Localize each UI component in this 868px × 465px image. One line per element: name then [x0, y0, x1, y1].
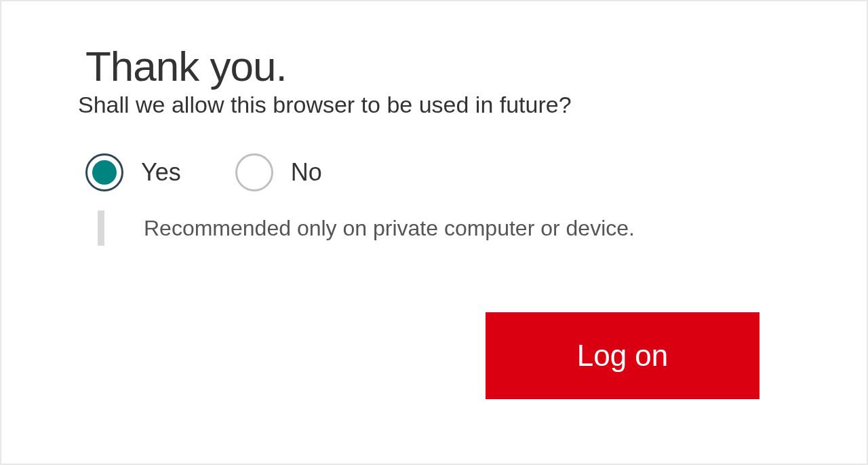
radio-selected-icon [85, 153, 123, 191]
radio-option-no[interactable]: No [235, 153, 322, 191]
page-title: Thank you. [85, 42, 792, 90]
page-subtitle: Shall we allow this browser to be used i… [78, 92, 792, 118]
radio-label-yes: Yes [141, 158, 181, 187]
radio-unselected-icon [235, 153, 273, 191]
radio-option-yes[interactable]: Yes [85, 153, 181, 191]
radio-group-allow-browser: Yes No [85, 153, 792, 191]
dialog-container: Thank you. Shall we allow this browser t… [0, 0, 868, 465]
radio-label-no: No [291, 158, 322, 187]
hint-indicator-bar [98, 210, 104, 246]
hint-text: Recommended only on private computer or … [144, 216, 635, 241]
logon-button[interactable]: Log on [486, 312, 760, 399]
hint-row: Recommended only on private computer or … [98, 210, 792, 246]
